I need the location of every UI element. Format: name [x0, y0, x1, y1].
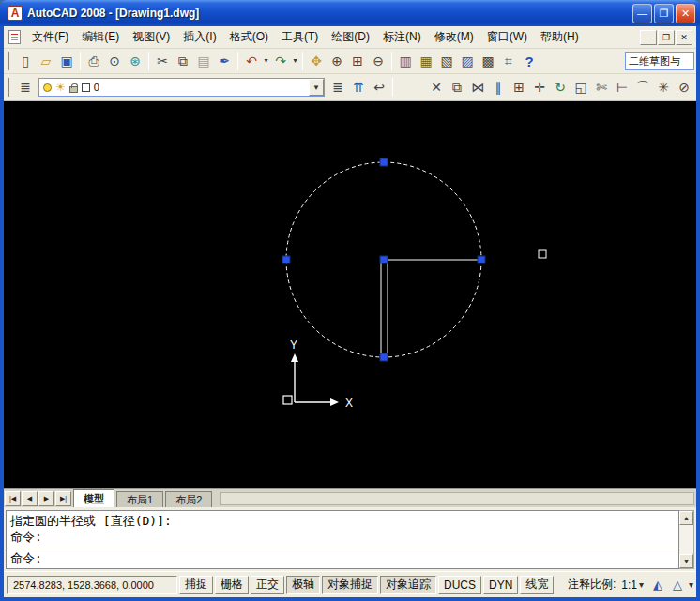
zoom-previous-icon[interactable]: ⊖: [368, 51, 388, 71]
explode-icon[interactable]: ✳: [653, 77, 674, 98]
grip-left[interactable]: [282, 256, 290, 263]
toggle-lineweight[interactable]: 线宽: [520, 576, 554, 594]
scroll-up-icon[interactable]: ▲: [679, 511, 693, 525]
drawing-area[interactable]: Y X: [4, 101, 696, 488]
offset-icon[interactable]: ∥: [488, 77, 509, 98]
layer-freeze-sun-icon[interactable]: ☀: [55, 81, 66, 94]
undo-dropdown-icon[interactable]: ▾: [262, 51, 270, 71]
redo-dropdown-icon[interactable]: ▾: [291, 51, 299, 71]
scroll-down-icon[interactable]: ▼: [679, 554, 693, 568]
toggle-otrack[interactable]: 对象追踪: [380, 576, 436, 594]
toggle-ortho[interactable]: 正交: [251, 576, 284, 594]
maximize-button[interactable]: ❐: [654, 4, 674, 23]
drawing-doc-icon[interactable]: [8, 30, 21, 44]
pan-icon[interactable]: ✥: [306, 51, 327, 71]
mdi-minimize-button[interactable]: —: [640, 30, 657, 45]
menu-dimension[interactable]: 标注(N): [376, 26, 428, 48]
plot-icon[interactable]: ⎙: [84, 51, 104, 71]
zoom-realtime-icon[interactable]: ⊕: [327, 51, 347, 71]
command-prompt[interactable]: 命令:: [7, 548, 678, 568]
minimize-button[interactable]: —: [632, 4, 652, 23]
grip-center[interactable]: [380, 256, 388, 263]
break-icon[interactable]: ⊘: [674, 77, 694, 98]
command-scrollbar[interactable]: ▲ ▼: [679, 510, 694, 569]
menu-tools[interactable]: 工具(T): [275, 26, 325, 48]
markup-set-manager-icon[interactable]: ▩: [478, 51, 498, 71]
titlebar[interactable]: A AutoCAD 2008 - [Drawing1.dwg] — ❐ ✕: [0, 0, 700, 26]
toolbar-grip[interactable]: [8, 52, 11, 70]
layer-color-swatch[interactable]: [82, 83, 90, 92]
menu-view[interactable]: 视图(V): [126, 26, 176, 48]
grip-bottom[interactable]: [380, 353, 388, 361]
tool-palettes-icon[interactable]: ▧: [436, 51, 457, 71]
tab-layout2[interactable]: 布局2: [165, 491, 212, 507]
toolbar-grip[interactable]: [8, 78, 11, 97]
fillet-icon[interactable]: ⌒: [632, 77, 653, 98]
scale-icon[interactable]: ◱: [571, 77, 591, 98]
status-menu-chevron-icon[interactable]: ▾: [689, 579, 693, 590]
move-icon[interactable]: ✛: [529, 77, 550, 98]
new-file-icon[interactable]: ▯: [15, 51, 36, 71]
toggle-dyn[interactable]: DYN: [483, 576, 518, 594]
layer-on-bulb-icon[interactable]: [43, 83, 52, 92]
redo-icon[interactable]: ↷: [270, 51, 291, 71]
command-text-area[interactable]: 指定圆的半径或 [直径(D)]: 命令: 命令:: [6, 510, 679, 569]
toggle-osnap[interactable]: 对象捕捉: [322, 576, 378, 594]
layer-manager-icon[interactable]: ≣: [15, 77, 36, 98]
tab-nav-first-icon[interactable]: |◀: [5, 491, 21, 506]
menu-file[interactable]: 文件(F): [25, 26, 75, 48]
copy-object-icon[interactable]: ⧉: [447, 77, 467, 98]
grip-right[interactable]: [478, 256, 485, 263]
layer-combo[interactable]: ☀ 0 ▼: [38, 78, 325, 97]
mirror-icon[interactable]: ⋈: [467, 77, 488, 98]
menu-insert[interactable]: 插入(I): [176, 26, 222, 48]
close-button[interactable]: ✕: [676, 4, 695, 23]
menu-draw[interactable]: 绘图(D): [325, 26, 376, 48]
undo-icon[interactable]: ↶: [241, 51, 262, 71]
tab-layout1[interactable]: 布局1: [116, 491, 163, 507]
trim-icon[interactable]: ✄: [591, 77, 612, 98]
workspace-dropdown[interactable]: 二维草图与: [625, 52, 694, 70]
plot-preview-icon[interactable]: ⊙: [104, 51, 125, 71]
copy-icon[interactable]: ⧉: [173, 51, 193, 71]
tab-nav-next-icon[interactable]: ▶: [38, 491, 54, 506]
paste-icon[interactable]: ▤: [193, 51, 214, 71]
mdi-restore-button[interactable]: ❐: [658, 30, 675, 45]
tab-model[interactable]: 模型: [73, 489, 114, 507]
rotate-icon[interactable]: ↻: [550, 77, 571, 98]
menu-window[interactable]: 窗口(W): [480, 26, 534, 48]
menu-format[interactable]: 格式(O): [223, 26, 275, 48]
sheet-set-manager-icon[interactable]: ▨: [457, 51, 478, 71]
extend-icon[interactable]: ⊢: [612, 77, 632, 98]
mdi-close-button[interactable]: ✕: [676, 30, 692, 45]
zoom-window-icon[interactable]: ⊞: [347, 51, 368, 71]
make-object-layer-current-icon[interactable]: ⇈: [348, 77, 369, 98]
match-properties-icon[interactable]: ✒: [214, 51, 235, 71]
annotation-scale-dropdown[interactable]: 1:1 ▾: [618, 577, 647, 593]
annotation-visibility-icon[interactable]: ◭: [649, 578, 666, 592]
publish-icon[interactable]: ⊛: [125, 51, 145, 71]
layer-combo-arrow-icon[interactable]: ▼: [309, 79, 324, 96]
tab-nav-last-icon[interactable]: ▶|: [55, 491, 71, 506]
menu-edit[interactable]: 编辑(E): [75, 26, 126, 48]
properties-palette-icon[interactable]: ▥: [395, 51, 416, 71]
grip-top[interactable]: [380, 158, 388, 166]
designcenter-icon[interactable]: ▦: [416, 51, 436, 71]
save-icon[interactable]: ▣: [56, 51, 77, 71]
open-icon[interactable]: ▱: [36, 51, 56, 71]
toggle-polar[interactable]: 极轴: [286, 576, 320, 594]
layer-states-icon[interactable]: ≣: [327, 77, 348, 98]
drawing-canvas[interactable]: Y X: [4, 101, 696, 488]
erase-icon[interactable]: ✕: [426, 77, 447, 98]
array-icon[interactable]: ⊞: [509, 77, 529, 98]
toggle-grid[interactable]: 栅格: [215, 576, 249, 594]
menu-modify[interactable]: 修改(M): [428, 26, 480, 48]
tab-nav-prev-icon[interactable]: ◀: [22, 491, 38, 506]
toggle-ducs[interactable]: DUCS: [438, 576, 481, 594]
help-icon[interactable]: ?: [519, 51, 540, 71]
quickcalc-icon[interactable]: ⌗: [498, 51, 519, 71]
layer-previous-icon[interactable]: ↩: [369, 77, 389, 98]
layer-lock-icon[interactable]: [69, 86, 78, 93]
toggle-snap[interactable]: 捕捉: [179, 576, 213, 594]
scrollbar-track[interactable]: [679, 525, 693, 554]
